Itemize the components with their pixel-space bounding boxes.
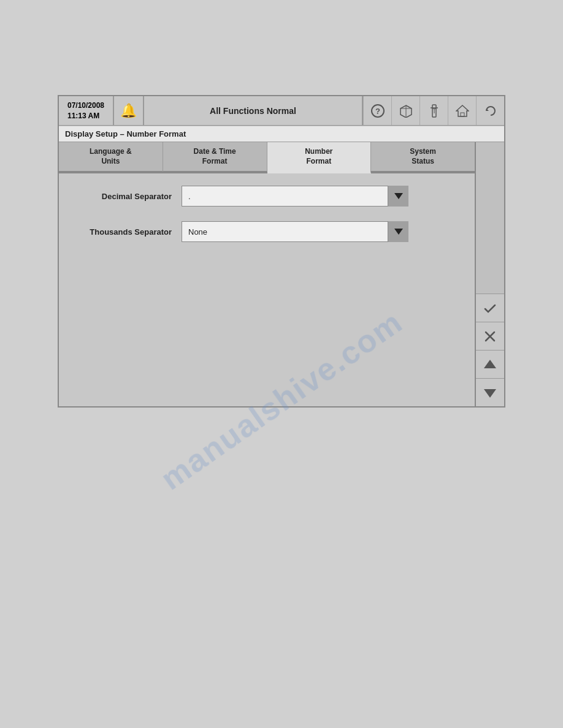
refresh-icon[interactable] [476,96,504,125]
tool-icon[interactable]: T [419,96,448,125]
main-content: Language &Units Date & TimeFormat Number… [59,142,475,406]
thousands-separator-label: Thousands Separator [77,227,182,237]
svg-marker-14 [484,389,496,398]
tabs-row: Language &Units Date & TimeFormat Number… [59,142,475,173]
help-icon[interactable]: ? [363,96,391,125]
bell-icon: 🔔 [114,96,144,125]
svg-marker-13 [484,360,496,368]
tab-system-status[interactable]: SystemStatus [371,142,475,172]
sidebar-buttons [475,142,504,406]
header-icons: ? T [362,96,504,125]
home-icon[interactable] [448,96,476,125]
decimal-separator-select[interactable]: . , [182,186,408,207]
svg-rect-9 [461,113,464,116]
cube-icon[interactable] [391,96,419,125]
decimal-separator-select-wrapper: . , [182,186,408,207]
decimal-separator-label: Decimal Separator [77,192,182,201]
decimal-separator-row: Decimal Separator . , [77,186,456,207]
main-panel: 07/10/2008 11:13 AM 🔔 All Functions Norm… [58,95,505,408]
down-button[interactable] [476,378,504,406]
header-time: 11:13 AM [67,111,104,121]
header-datetime: 07/10/2008 11:13 AM [59,96,114,125]
thousands-separator-select[interactable]: None . , [182,221,408,242]
header-date: 07/10/2008 [67,100,104,111]
sidebar-spacer [476,142,504,294]
thousands-separator-select-wrapper: None . , [182,221,408,242]
header-status: All Functions Normal [144,96,362,125]
form-area: Decimal Separator . , Thousands Separato… [59,173,475,406]
svg-marker-8 [456,105,469,116]
tab-number-format[interactable]: NumberFormat [267,142,372,173]
confirm-button[interactable] [476,294,504,322]
up-button[interactable] [476,350,504,378]
thousands-separator-row: Thousands Separator None . , [77,221,456,242]
page-title: Display Setup – Number Format [65,129,186,138]
svg-text:T: T [432,107,436,115]
tab-language-units[interactable]: Language &Units [59,142,163,172]
tab-date-time-format[interactable]: Date & TimeFormat [163,142,267,172]
header-bar: 07/10/2008 11:13 AM 🔔 All Functions Norm… [59,96,504,126]
title-bar: Display Setup – Number Format [59,126,504,142]
svg-text:?: ? [375,107,380,116]
cancel-button[interactable] [476,322,504,350]
content-wrapper: Language &Units Date & TimeFormat Number… [59,142,504,406]
